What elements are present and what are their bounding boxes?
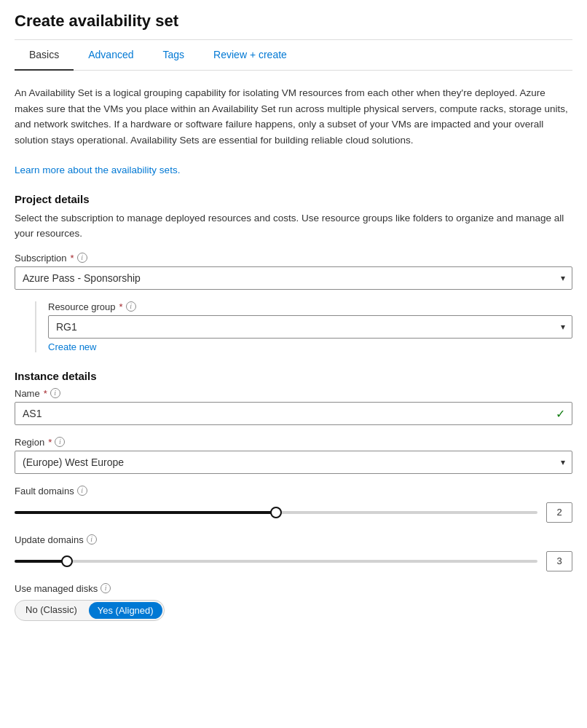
project-details-heading: Project details <box>15 193 572 205</box>
update-domains-label: Update domains i <box>15 534 572 545</box>
tab-review[interactable]: Review + create <box>199 40 302 71</box>
subscription-select-wrapper: Azure Pass - Sponsorship ▾ <box>15 266 572 290</box>
region-select[interactable]: (Europe) West Europe <box>15 451 572 474</box>
fault-domains-field-group: Fault domains i 2 <box>15 486 572 523</box>
managed-disks-yes-option[interactable]: Yes (Aligned) <box>89 602 162 619</box>
create-new-link[interactable]: Create new <box>48 341 96 352</box>
region-info-icon[interactable]: i <box>55 437 65 447</box>
region-field-group: Region * i (Europe) West Europe ▾ <box>15 437 572 474</box>
name-valid-icon: ✓ <box>556 406 565 420</box>
name-info-icon[interactable]: i <box>50 388 60 398</box>
resource-group-label: Resource group * i <box>48 301 572 312</box>
update-domains-value: 3 <box>546 551 572 571</box>
update-domains-info-icon[interactable]: i <box>87 534 97 545</box>
instance-details-heading: Instance details <box>15 370 572 382</box>
subscription-info-icon[interactable]: i <box>77 253 87 263</box>
managed-disks-toggle[interactable]: No (Classic) Yes (Aligned) <box>15 600 165 621</box>
managed-disks-field-group: Use managed disks i No (Classic) Yes (Al… <box>15 583 572 621</box>
fault-domains-label: Fault domains i <box>15 486 572 496</box>
tab-bar: Basics Advanced Tags Review + create <box>15 40 572 71</box>
region-label: Region * i <box>15 437 572 448</box>
tab-advanced[interactable]: Advanced <box>74 40 148 71</box>
name-required: * <box>44 388 47 399</box>
managed-disks-no-option[interactable]: No (Classic) <box>15 601 87 620</box>
name-input-wrapper: ✓ <box>15 402 572 425</box>
region-required: * <box>48 437 52 448</box>
intro-description: An Availability Set is a logical groupin… <box>15 85 572 148</box>
update-domains-field-group: Update domains i 3 <box>15 534 572 571</box>
name-field-group: Name * i ✓ <box>15 388 572 425</box>
fault-domains-value: 2 <box>546 502 572 523</box>
fault-domains-fill <box>15 511 276 514</box>
resource-group-select-wrapper: RG1 ▾ <box>48 315 572 339</box>
update-domains-track <box>15 560 537 563</box>
subscription-label: Subscription * i <box>15 253 572 264</box>
subscription-select[interactable]: Azure Pass - Sponsorship <box>15 266 572 290</box>
resource-group-select[interactable]: RG1 <box>48 315 572 339</box>
subscription-required: * <box>71 253 74 264</box>
fault-domains-info-icon[interactable]: i <box>77 486 87 496</box>
name-label: Name * i <box>15 388 572 399</box>
update-domains-slider-container: 3 <box>15 551 572 571</box>
resource-group-required: * <box>119 301 123 312</box>
update-domains-thumb[interactable] <box>61 555 73 567</box>
fault-domains-thumb[interactable] <box>270 507 282 518</box>
resource-group-field-group: Resource group * i RG1 ▾ Create new <box>48 301 572 352</box>
resource-group-indent: Resource group * i RG1 ▾ Create new <box>35 301 572 352</box>
region-select-wrapper: (Europe) West Europe ▾ <box>15 451 572 474</box>
tab-basics[interactable]: Basics <box>15 40 74 71</box>
page-title: Create availability set <box>15 12 572 31</box>
managed-disks-label: Use managed disks i <box>15 583 572 594</box>
tab-tags[interactable]: Tags <box>149 40 200 71</box>
fault-domains-track <box>15 511 537 514</box>
update-domains-fill <box>15 560 67 563</box>
name-input[interactable] <box>15 402 572 425</box>
subscription-field-group: Subscription * i Azure Pass - Sponsorshi… <box>15 253 572 290</box>
resource-group-info-icon[interactable]: i <box>126 301 136 312</box>
fault-domains-slider-container: 2 <box>15 502 572 523</box>
managed-disks-info-icon[interactable]: i <box>101 583 111 593</box>
project-details-description: Select the subscription to manage deploy… <box>15 211 572 241</box>
learn-more-link[interactable]: Learn more about the availability sets. <box>15 165 180 175</box>
